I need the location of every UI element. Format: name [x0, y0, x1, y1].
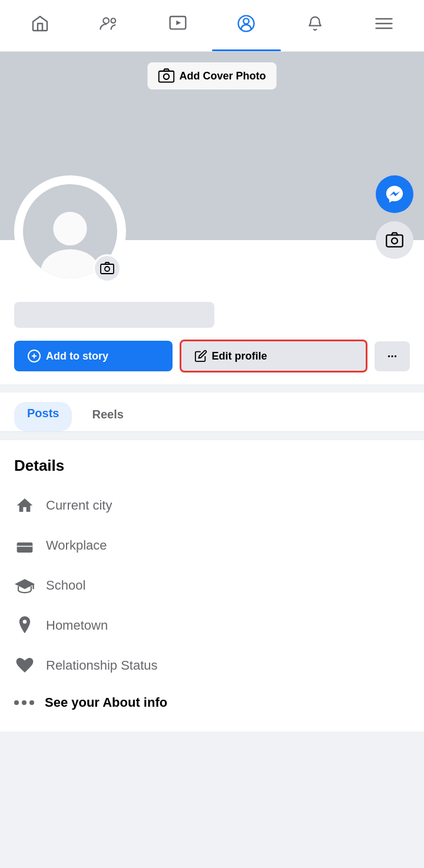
- see-about-label: See your About info: [45, 695, 167, 710]
- profile-camera-button[interactable]: [93, 254, 121, 282]
- graduation-icon: [14, 575, 35, 596]
- divider-strip: [0, 384, 424, 393]
- svg-point-5: [244, 18, 249, 24]
- svg-point-16: [105, 267, 110, 271]
- svg-rect-15: [101, 264, 114, 274]
- dots-icon: [14, 700, 34, 705]
- svg-rect-11: [386, 235, 403, 247]
- detail-hometown[interactable]: Hometown: [14, 606, 410, 646]
- svg-point-10: [164, 74, 169, 79]
- tabs-row: Posts Reels: [14, 402, 410, 431]
- cover-photo-area: Add Cover Photo: [0, 52, 424, 240]
- add-to-story-button[interactable]: Add to story: [14, 341, 173, 371]
- friends-icon: [99, 14, 119, 37]
- nav-notifications[interactable]: [281, 0, 350, 51]
- add-cover-photo-button[interactable]: Add Cover Photo: [148, 62, 277, 89]
- svg-point-1: [111, 18, 115, 23]
- nav-home[interactable]: [6, 0, 75, 51]
- name-placeholder: [14, 302, 214, 328]
- tab-reels[interactable]: Reels: [90, 402, 125, 431]
- menu-icon: [375, 15, 393, 36]
- tab-posts[interactable]: Posts: [14, 402, 72, 431]
- nav-profile[interactable]: [212, 0, 281, 51]
- more-label: ···: [387, 350, 398, 363]
- home-icon: [31, 14, 49, 37]
- nav-watch[interactable]: [143, 0, 212, 51]
- workplace-label: Workplace: [46, 538, 107, 553]
- details-section: Details Current city Workplace: [0, 440, 424, 731]
- detail-school[interactable]: School: [14, 566, 410, 606]
- edit-profile-label: Edit profile: [212, 350, 267, 363]
- nav-friends[interactable]: [75, 0, 144, 51]
- details-title: Details: [14, 457, 410, 475]
- messenger-fab-button[interactable]: [376, 175, 413, 213]
- svg-point-12: [392, 238, 398, 244]
- briefcase-icon: [14, 535, 35, 556]
- top-navigation: [0, 0, 424, 52]
- profile-picture-wrapper: [14, 175, 126, 287]
- location-icon: [14, 615, 35, 636]
- detail-workplace[interactable]: Workplace: [14, 526, 410, 566]
- svg-point-13: [53, 212, 87, 245]
- action-buttons-row: Add to story Edit profile ···: [14, 340, 410, 373]
- cover-camera-button[interactable]: [376, 221, 413, 259]
- svg-rect-20: [17, 543, 33, 553]
- current-city-label: Current city: [46, 498, 112, 513]
- edit-profile-button[interactable]: Edit profile: [180, 340, 367, 373]
- see-about-info[interactable]: See your About info: [14, 686, 410, 720]
- school-label: School: [46, 578, 85, 593]
- relationship-label: Relationship Status: [46, 658, 158, 673]
- add-cover-label: Add Cover Photo: [180, 70, 266, 82]
- add-story-label: Add to story: [46, 350, 108, 363]
- svg-rect-9: [159, 71, 174, 82]
- bell-icon: [306, 14, 324, 37]
- tabs-section: Posts Reels: [0, 393, 424, 432]
- heart-icon: [14, 655, 35, 676]
- hometown-label: Hometown: [46, 618, 108, 633]
- detail-relationship[interactable]: Relationship Status: [14, 646, 410, 686]
- svg-point-0: [103, 18, 109, 24]
- nav-menu[interactable]: [349, 0, 418, 51]
- house-icon: [14, 495, 35, 516]
- svg-marker-3: [176, 21, 181, 25]
- profile-icon: [237, 14, 256, 37]
- more-options-button[interactable]: ···: [375, 341, 410, 371]
- detail-current-city[interactable]: Current city: [14, 485, 410, 526]
- svg-point-14: [41, 250, 100, 278]
- watch-icon: [168, 14, 187, 37]
